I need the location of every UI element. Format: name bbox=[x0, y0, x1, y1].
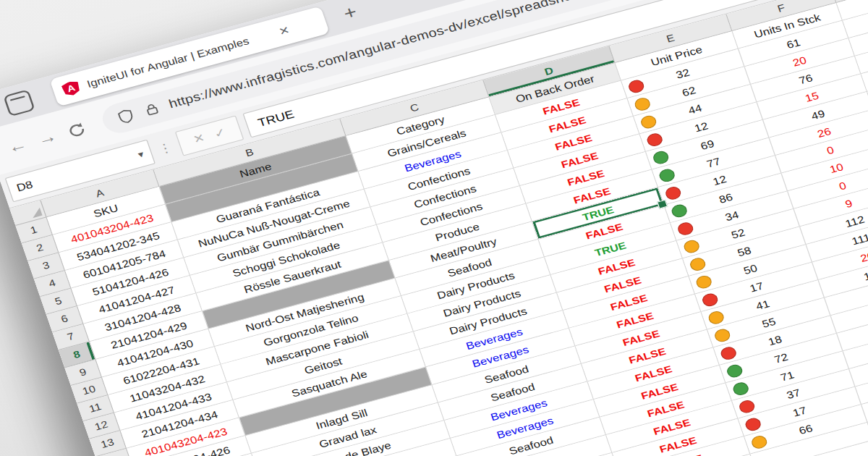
drag-handle-dots-icon[interactable]: ⋮ bbox=[156, 139, 175, 156]
unit-price-value: 69 bbox=[699, 138, 715, 152]
orange-traffic-dot-icon bbox=[694, 274, 713, 290]
red-traffic-dot-icon bbox=[701, 292, 720, 308]
unit-price-value: 17 bbox=[791, 405, 808, 419]
green-traffic-dot-icon bbox=[658, 167, 676, 183]
reload-button[interactable] bbox=[59, 118, 94, 142]
unit-price-value: 86 bbox=[718, 191, 734, 206]
unit-price-value: 55 bbox=[760, 316, 777, 330]
orange-traffic-dot-icon bbox=[639, 114, 658, 130]
unit-price-value: 32 bbox=[674, 67, 691, 81]
red-traffic-dot-icon bbox=[744, 416, 762, 432]
unit-price-value: 71 bbox=[779, 369, 796, 384]
red-traffic-dot-icon bbox=[719, 345, 738, 361]
unit-price-value: 62 bbox=[681, 85, 697, 99]
browser-window: A IgniteUI for Angular | Examples ✕ + ← … bbox=[0, 0, 868, 456]
orange-traffic-dot-icon bbox=[713, 327, 732, 343]
red-traffic-dot-icon bbox=[664, 185, 683, 201]
tab-close-icon[interactable]: ✕ bbox=[277, 24, 292, 38]
orange-traffic-dot-icon bbox=[750, 434, 769, 450]
red-traffic-dot-icon bbox=[645, 132, 664, 148]
unit-price-value: 72 bbox=[773, 351, 789, 366]
red-traffic-dot-icon bbox=[627, 78, 646, 94]
unit-price-value: 58 bbox=[736, 245, 752, 259]
unit-price-value: 50 bbox=[742, 262, 759, 276]
unit-price-value: 34 bbox=[723, 209, 740, 224]
orange-traffic-dot-icon bbox=[633, 96, 652, 112]
unit-price-value: 37 bbox=[785, 387, 801, 402]
unit-price-value: 52 bbox=[730, 227, 746, 241]
unit-price-value: 12 bbox=[711, 174, 728, 188]
red-traffic-dot-icon bbox=[676, 221, 695, 237]
unit-price-value: 18 bbox=[767, 334, 783, 348]
shield-icon[interactable] bbox=[115, 107, 137, 126]
unit-price-value: 77 bbox=[705, 156, 722, 170]
green-traffic-dot-icon bbox=[726, 363, 744, 379]
green-traffic-dot-icon bbox=[652, 150, 671, 166]
select-all-triangle-icon bbox=[30, 208, 43, 218]
orange-traffic-dot-icon bbox=[707, 310, 726, 326]
unit-price-value: 41 bbox=[754, 298, 771, 313]
green-traffic-dot-icon bbox=[670, 203, 689, 219]
browser-view-icon[interactable] bbox=[3, 89, 35, 117]
green-traffic-dot-icon bbox=[731, 381, 750, 397]
orange-traffic-dot-icon bbox=[682, 238, 701, 254]
new-tab-button[interactable]: + bbox=[341, 1, 359, 25]
unit-price-value: 12 bbox=[693, 120, 710, 135]
orange-traffic-dot-icon bbox=[689, 256, 707, 272]
confirm-entry-icon[interactable]: ✓ bbox=[208, 124, 233, 143]
unit-price-value: 44 bbox=[686, 102, 703, 117]
unit-price-value: 17 bbox=[748, 280, 765, 295]
red-traffic-dot-icon bbox=[738, 399, 757, 415]
angular-logo-icon: A bbox=[61, 80, 82, 98]
lock-icon[interactable] bbox=[141, 100, 163, 119]
reload-icon bbox=[64, 119, 89, 140]
unit-price-value: 66 bbox=[797, 423, 814, 437]
